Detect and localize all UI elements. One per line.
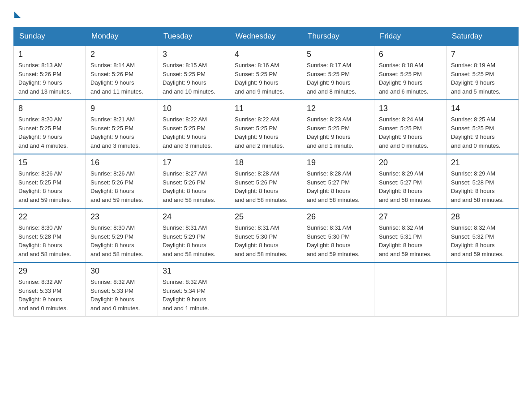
calendar-cell: 13Sunrise: 8:24 AMSunset: 5:25 PMDayligh… — [374, 100, 446, 154]
day-info: Sunrise: 8:23 AMSunset: 5:25 PMDaylight:… — [307, 115, 369, 150]
day-info: Sunrise: 8:26 AMSunset: 5:26 PMDaylight:… — [90, 169, 153, 204]
day-header-saturday: Saturday — [446, 27, 519, 46]
day-info: Sunrise: 8:24 AMSunset: 5:25 PMDaylight:… — [379, 115, 442, 150]
header-row: SundayMondayTuesdayWednesdayThursdayFrid… — [14, 27, 519, 46]
calendar-cell: 10Sunrise: 8:22 AMSunset: 5:25 PMDayligh… — [158, 100, 230, 154]
day-info: Sunrise: 8:29 AMSunset: 5:28 PMDaylight:… — [451, 169, 514, 204]
calendar-cell: 4Sunrise: 8:16 AMSunset: 5:25 PMDaylight… — [230, 46, 302, 100]
day-number: 6 — [379, 50, 442, 59]
day-info: Sunrise: 8:18 AMSunset: 5:25 PMDaylight:… — [379, 61, 442, 96]
calendar-table: SundayMondayTuesdayWednesdayThursdayFrid… — [13, 27, 519, 317]
calendar-cell: 17Sunrise: 8:27 AMSunset: 5:26 PMDayligh… — [158, 154, 230, 208]
day-number: 21 — [451, 158, 514, 167]
calendar-cell: 5Sunrise: 8:17 AMSunset: 5:25 PMDaylight… — [302, 46, 374, 100]
day-info: Sunrise: 8:32 AMSunset: 5:34 PMDaylight:… — [163, 278, 225, 313]
day-number: 31 — [163, 266, 225, 276]
calendar-cell — [446, 262, 519, 317]
day-number: 11 — [235, 104, 297, 113]
day-header-monday: Monday — [86, 27, 158, 46]
day-header-wednesday: Wednesday — [230, 27, 302, 46]
day-number: 19 — [307, 158, 369, 167]
logo — [13, 9, 21, 18]
day-number: 28 — [451, 212, 514, 222]
day-info: Sunrise: 8:13 AMSunset: 5:26 PMDaylight:… — [18, 61, 81, 96]
calendar-cell — [302, 262, 374, 317]
calendar-cell: 1Sunrise: 8:13 AMSunset: 5:26 PMDaylight… — [14, 46, 86, 100]
calendar-cell: 26Sunrise: 8:31 AMSunset: 5:30 PMDayligh… — [302, 208, 374, 262]
day-info: Sunrise: 8:31 AMSunset: 5:29 PMDaylight:… — [163, 223, 225, 258]
day-info: Sunrise: 8:19 AMSunset: 5:25 PMDaylight:… — [451, 61, 514, 96]
day-number: 22 — [18, 212, 81, 222]
calendar-cell: 24Sunrise: 8:31 AMSunset: 5:29 PMDayligh… — [158, 208, 230, 262]
day-number: 26 — [307, 212, 369, 222]
day-number: 30 — [90, 266, 153, 276]
calendar-cell: 6Sunrise: 8:18 AMSunset: 5:25 PMDaylight… — [374, 46, 446, 100]
day-number: 24 — [163, 212, 225, 222]
calendar-cell — [230, 262, 302, 317]
day-number: 7 — [451, 50, 514, 59]
day-number: 14 — [451, 104, 514, 113]
calendar-cell: 22Sunrise: 8:30 AMSunset: 5:28 PMDayligh… — [14, 208, 86, 262]
day-info: Sunrise: 8:30 AMSunset: 5:29 PMDaylight:… — [90, 223, 153, 258]
day-number: 25 — [235, 212, 297, 222]
calendar-cell: 29Sunrise: 8:32 AMSunset: 5:33 PMDayligh… — [14, 262, 86, 317]
week-row-3: 15Sunrise: 8:26 AMSunset: 5:25 PMDayligh… — [14, 154, 519, 208]
day-number: 15 — [18, 158, 81, 167]
calendar-cell: 30Sunrise: 8:32 AMSunset: 5:33 PMDayligh… — [86, 262, 158, 317]
calendar-cell: 25Sunrise: 8:31 AMSunset: 5:30 PMDayligh… — [230, 208, 302, 262]
calendar-cell: 14Sunrise: 8:25 AMSunset: 5:25 PMDayligh… — [446, 100, 519, 154]
day-info: Sunrise: 8:14 AMSunset: 5:26 PMDaylight:… — [90, 61, 153, 96]
day-info: Sunrise: 8:22 AMSunset: 5:25 PMDaylight:… — [235, 115, 297, 150]
calendar-cell: 15Sunrise: 8:26 AMSunset: 5:25 PMDayligh… — [14, 154, 86, 208]
day-number: 13 — [379, 104, 442, 113]
calendar-cell: 23Sunrise: 8:30 AMSunset: 5:29 PMDayligh… — [86, 208, 158, 262]
day-number: 9 — [90, 104, 153, 113]
day-number: 23 — [90, 212, 153, 222]
day-info: Sunrise: 8:15 AMSunset: 5:25 PMDaylight:… — [163, 61, 225, 96]
week-row-2: 8Sunrise: 8:20 AMSunset: 5:25 PMDaylight… — [14, 100, 519, 154]
calendar-cell: 19Sunrise: 8:28 AMSunset: 5:27 PMDayligh… — [302, 154, 374, 208]
calendar-cell: 31Sunrise: 8:32 AMSunset: 5:34 PMDayligh… — [158, 262, 230, 317]
day-info: Sunrise: 8:31 AMSunset: 5:30 PMDaylight:… — [307, 223, 369, 258]
day-number: 1 — [18, 50, 81, 59]
day-header-tuesday: Tuesday — [158, 27, 230, 46]
day-info: Sunrise: 8:27 AMSunset: 5:26 PMDaylight:… — [163, 169, 225, 204]
day-header-sunday: Sunday — [14, 27, 86, 46]
calendar-cell: 9Sunrise: 8:21 AMSunset: 5:25 PMDaylight… — [86, 100, 158, 154]
day-info: Sunrise: 8:32 AMSunset: 5:31 PMDaylight:… — [379, 223, 442, 258]
calendar-cell: 12Sunrise: 8:23 AMSunset: 5:25 PMDayligh… — [302, 100, 374, 154]
calendar-cell: 21Sunrise: 8:29 AMSunset: 5:28 PMDayligh… — [446, 154, 519, 208]
week-row-4: 22Sunrise: 8:30 AMSunset: 5:28 PMDayligh… — [14, 208, 519, 262]
day-number: 5 — [307, 50, 369, 59]
day-info: Sunrise: 8:28 AMSunset: 5:26 PMDaylight:… — [235, 169, 297, 204]
calendar-cell: 3Sunrise: 8:15 AMSunset: 5:25 PMDaylight… — [158, 46, 230, 100]
day-info: Sunrise: 8:29 AMSunset: 5:27 PMDaylight:… — [379, 169, 442, 204]
calendar-cell: 11Sunrise: 8:22 AMSunset: 5:25 PMDayligh… — [230, 100, 302, 154]
day-info: Sunrise: 8:31 AMSunset: 5:30 PMDaylight:… — [235, 223, 297, 258]
logo-arrow-icon — [14, 12, 21, 18]
day-info: Sunrise: 8:26 AMSunset: 5:25 PMDaylight:… — [18, 169, 81, 204]
day-header-thursday: Thursday — [302, 27, 374, 46]
calendar-cell: 28Sunrise: 8:32 AMSunset: 5:32 PMDayligh… — [446, 208, 519, 262]
day-info: Sunrise: 8:32 AMSunset: 5:32 PMDaylight:… — [451, 223, 514, 258]
day-number: 29 — [18, 266, 81, 276]
day-number: 18 — [235, 158, 297, 167]
day-info: Sunrise: 8:20 AMSunset: 5:25 PMDaylight:… — [18, 115, 81, 150]
calendar-cell: 27Sunrise: 8:32 AMSunset: 5:31 PMDayligh… — [374, 208, 446, 262]
calendar-cell: 20Sunrise: 8:29 AMSunset: 5:27 PMDayligh… — [374, 154, 446, 208]
week-row-5: 29Sunrise: 8:32 AMSunset: 5:33 PMDayligh… — [14, 262, 519, 317]
calendar-cell: 8Sunrise: 8:20 AMSunset: 5:25 PMDaylight… — [14, 100, 86, 154]
day-number: 12 — [307, 104, 369, 113]
day-info: Sunrise: 8:25 AMSunset: 5:25 PMDaylight:… — [451, 115, 514, 150]
day-number: 4 — [235, 50, 297, 59]
logo-wrapper — [13, 9, 21, 18]
calendar-cell: 2Sunrise: 8:14 AMSunset: 5:26 PMDaylight… — [86, 46, 158, 100]
day-number: 8 — [18, 104, 81, 113]
day-info: Sunrise: 8:32 AMSunset: 5:33 PMDaylight:… — [90, 278, 153, 313]
week-row-1: 1Sunrise: 8:13 AMSunset: 5:26 PMDaylight… — [14, 46, 519, 100]
day-number: 20 — [379, 158, 442, 167]
day-number: 2 — [90, 50, 153, 59]
page-header — [13, 9, 519, 18]
day-info: Sunrise: 8:21 AMSunset: 5:25 PMDaylight:… — [90, 115, 153, 150]
day-info: Sunrise: 8:28 AMSunset: 5:27 PMDaylight:… — [307, 169, 369, 204]
